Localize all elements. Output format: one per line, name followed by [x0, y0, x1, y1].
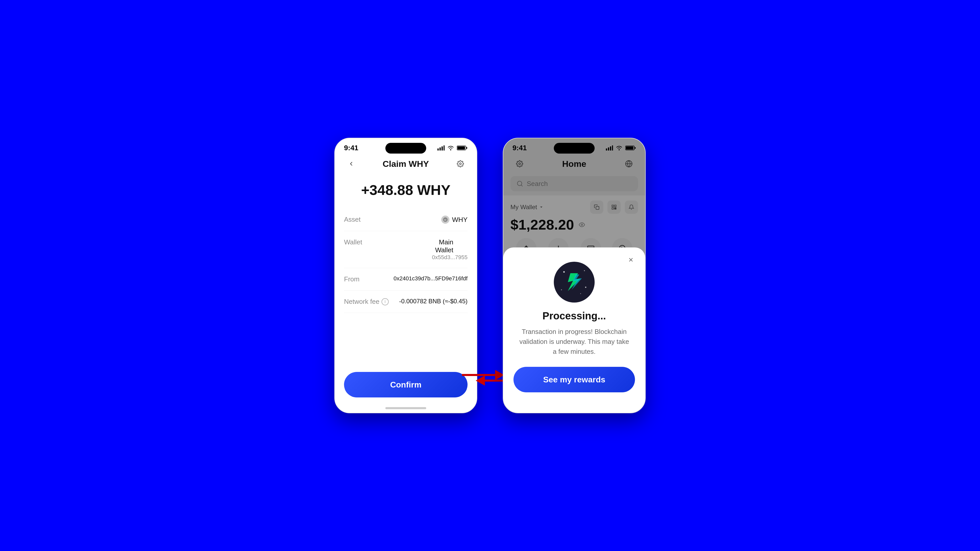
- home-indicator-1: [385, 407, 426, 409]
- status-time-1: 9:41: [344, 144, 358, 152]
- modal-close-button[interactable]: ×: [625, 254, 637, 266]
- status-icons-1: [438, 145, 468, 151]
- wallet-value: Main Wallet: [432, 238, 453, 254]
- detail-row-from: From 0x2401c39d7b...5FD9e716fdf: [344, 268, 468, 291]
- svg-point-44: [580, 293, 581, 294]
- see-rewards-button[interactable]: See my rewards: [514, 367, 635, 392]
- battery-icon-1: [457, 145, 468, 151]
- page-title-1: Claim WHY: [383, 159, 429, 169]
- see-rewards-label: See my rewards: [543, 375, 605, 384]
- wifi-icon-1: [447, 145, 454, 151]
- detail-row-asset: Asset W WHY: [344, 208, 468, 231]
- back-button[interactable]: [344, 157, 358, 171]
- detail-label-from: From: [344, 275, 360, 283]
- why-token-icon: W: [441, 216, 449, 224]
- svg-point-41: [584, 270, 585, 271]
- svg-point-42: [585, 287, 587, 288]
- phones-container: 9:41: [334, 138, 646, 413]
- detail-label-wallet: Wallet: [344, 238, 362, 246]
- phone2: 9:41: [503, 138, 646, 413]
- dynamic-island: [385, 143, 426, 154]
- nav-bar-1: Claim WHY: [335, 154, 477, 174]
- detail-row-fee: Network fee i -0.000782 BNB (≈-$0.45): [344, 291, 468, 313]
- svg-point-8: [460, 163, 461, 165]
- phone1: 9:41: [334, 138, 477, 413]
- svg-rect-7: [466, 147, 467, 149]
- svg-text:W: W: [444, 219, 446, 221]
- modal-icon-container: [514, 262, 635, 303]
- modal-title: Processing...: [514, 310, 635, 322]
- svg-rect-2: [442, 146, 443, 151]
- svg-point-4: [450, 149, 452, 151]
- info-icon: i: [382, 298, 389, 305]
- signal-icon-1: [438, 145, 445, 151]
- modal-description: Transaction in progress! Blockchain vali…: [514, 327, 635, 357]
- asset-value: WHY: [452, 216, 468, 224]
- detail-row-wallet: Wallet Main Wallet 0x55d3...7955: [344, 231, 468, 268]
- wallet-address: 0x55d3...7955: [432, 254, 468, 261]
- asset-badge: W WHY: [441, 216, 468, 224]
- detail-rows: Asset W WHY Wallet: [335, 208, 477, 313]
- svg-rect-1: [439, 148, 441, 151]
- fee-label: Network fee i: [344, 298, 389, 306]
- modal-overlay: ×: [503, 138, 645, 413]
- processing-icon: [554, 262, 595, 303]
- svg-point-40: [563, 271, 565, 273]
- fee-value: -0.000782 BNB (≈-$0.45): [399, 298, 468, 305]
- claim-amount-section: +348.88 WHY: [335, 174, 477, 208]
- svg-rect-6: [457, 146, 465, 149]
- svg-rect-0: [438, 148, 439, 151]
- svg-point-43: [561, 289, 562, 290]
- svg-rect-3: [444, 145, 445, 151]
- detail-label-asset: Asset: [344, 216, 361, 224]
- confirm-button[interactable]: Confirm: [344, 372, 468, 397]
- processing-svg: [556, 264, 592, 300]
- settings-button-1[interactable]: [453, 157, 468, 171]
- modal-sheet: ×: [503, 248, 645, 413]
- arrow-line-2: [462, 374, 495, 376]
- from-value: 0x2401c39d7b...5FD9e716fdf: [393, 275, 468, 282]
- claim-amount-value: +348.88 WHY: [361, 182, 450, 198]
- arrow-2: [462, 370, 504, 380]
- confirm-button-label: Confirm: [390, 380, 422, 389]
